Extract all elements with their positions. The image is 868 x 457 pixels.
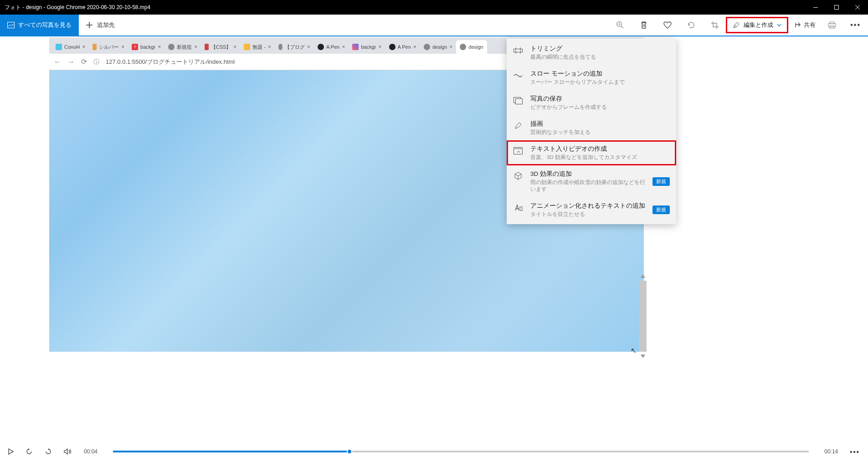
svg-rect-0 bbox=[813, 7, 818, 8]
browser-tab[interactable]: ConoH× bbox=[52, 40, 89, 54]
play-icon bbox=[8, 448, 14, 455]
favorite-button[interactable] bbox=[662, 20, 673, 31]
draw-icon bbox=[513, 121, 523, 131]
print-button[interactable] bbox=[827, 20, 837, 31]
browser-tab[interactable]: シルバー× bbox=[89, 40, 128, 54]
info-icon[interactable]: ⓘ bbox=[93, 58, 99, 66]
crop-icon bbox=[711, 21, 719, 29]
browser-tab[interactable]: design× bbox=[420, 40, 456, 54]
share-icon bbox=[794, 21, 801, 29]
view-all-label: すべての写真を見る bbox=[18, 21, 72, 29]
forward-button[interactable]: → bbox=[67, 58, 75, 66]
reload-button[interactable]: ⟳ bbox=[81, 57, 87, 66]
share-button[interactable]: 共有 bbox=[788, 21, 821, 29]
print-icon bbox=[828, 21, 836, 29]
tab-close-icon[interactable]: × bbox=[194, 44, 197, 50]
animated-text-icon bbox=[513, 203, 523, 213]
svg-rect-4 bbox=[830, 22, 834, 24]
text-video-icon bbox=[513, 146, 523, 156]
menu-item-save-photo[interactable]: 写真の保存 ビデオからフレームを作成する bbox=[507, 90, 676, 115]
tab-close-icon[interactable]: × bbox=[233, 44, 236, 50]
zoom-icon bbox=[616, 21, 624, 29]
tab-label: backgr bbox=[361, 44, 376, 50]
edit-and-create-button[interactable]: 編集と作成 bbox=[726, 17, 788, 33]
browser-tab[interactable]: 新規投× bbox=[164, 40, 201, 54]
browser-tab[interactable]: 【CSS】× bbox=[201, 40, 240, 54]
menu-item-animated-text[interactable]: アニメーション化されるテキストの追加 タイトルを目立たせる 新規 bbox=[507, 197, 676, 222]
svg-rect-1 bbox=[835, 5, 839, 10]
tab-label: A Pen bbox=[398, 44, 411, 50]
video-seek-thumb[interactable] bbox=[347, 449, 352, 454]
toolbar-icons bbox=[615, 20, 720, 31]
plus-icon bbox=[86, 22, 92, 28]
play-button[interactable] bbox=[8, 448, 14, 455]
maximize-button[interactable] bbox=[826, 0, 847, 15]
menu-subtitle: 雨の効果の作成や紙吹雪の効果の追加などを行います bbox=[530, 179, 645, 193]
tab-close-icon[interactable]: × bbox=[307, 44, 310, 50]
browser-tab[interactable]: 無題 -× bbox=[240, 40, 275, 54]
zoom-button[interactable] bbox=[615, 20, 626, 31]
tab-close-icon[interactable]: × bbox=[268, 44, 271, 50]
browser-tab[interactable]: A Pen× bbox=[314, 40, 349, 54]
more-button[interactable]: ••• bbox=[843, 21, 868, 29]
edit-icon bbox=[733, 21, 740, 29]
tab-close-icon[interactable]: × bbox=[413, 44, 416, 50]
maximize-icon bbox=[834, 5, 839, 10]
edit-create-label: 編集と作成 bbox=[744, 21, 773, 29]
menu-subtitle: 音楽、3D 効果などを追加してカスタマイズ bbox=[530, 154, 670, 161]
tab-label: 【ブログ bbox=[285, 44, 305, 51]
prev-frame-button[interactable] bbox=[26, 448, 33, 455]
content-scrollbar[interactable] bbox=[639, 281, 647, 352]
tab-close-icon[interactable]: × bbox=[449, 44, 452, 50]
tab-close-icon[interactable]: × bbox=[121, 44, 124, 50]
svg-rect-11 bbox=[520, 207, 522, 211]
title-bar: フォト - design - Google Chrome 2020-06-30 … bbox=[0, 0, 868, 15]
volume-icon bbox=[64, 448, 72, 455]
menu-subtitle: 最高の瞬間に焦点を当てる bbox=[530, 54, 670, 61]
crop-button[interactable] bbox=[709, 20, 720, 31]
svg-rect-9 bbox=[516, 99, 523, 104]
browser-tab[interactable]: backgr× bbox=[349, 40, 385, 54]
menu-title: アニメーション化されるテキストの追加 bbox=[530, 202, 645, 210]
next-frame-icon bbox=[45, 448, 52, 455]
tab-label: 新規投 bbox=[177, 44, 192, 51]
volume-button[interactable] bbox=[64, 448, 72, 455]
menu-item-trim[interactable]: トリミング 最高の瞬間に焦点を当てる bbox=[507, 40, 676, 65]
tab-label: シルバー bbox=[99, 44, 119, 51]
menu-title: 3D 効果の追加 bbox=[530, 170, 645, 178]
edit-create-dropdown: トリミング 最高の瞬間に焦点を当てる スロー モーションの追加 スーパー スロー… bbox=[507, 38, 676, 224]
tab-close-icon[interactable]: × bbox=[82, 44, 85, 50]
rotate-button[interactable] bbox=[686, 20, 697, 31]
add-to-label: 追加先 bbox=[97, 21, 115, 29]
tab-close-icon[interactable]: × bbox=[158, 44, 161, 50]
tab-label: 【CSS】 bbox=[211, 44, 231, 51]
save-photo-icon bbox=[513, 96, 523, 106]
browser-tab[interactable]: 【ブログ× bbox=[275, 40, 314, 54]
browser-tab[interactable]: A Pen× bbox=[385, 40, 420, 54]
tab-label: backgr bbox=[140, 44, 155, 50]
menu-item-draw[interactable]: 描画 芸術的なタッチを加える bbox=[507, 115, 676, 140]
delete-button[interactable] bbox=[638, 20, 649, 31]
menu-item-slowmo[interactable]: スロー モーションの追加 スーパー スローからリアルタイムまで bbox=[507, 65, 676, 90]
address-text[interactable]: 127.0.0.1:5500/ブログチュートリアル/index.html bbox=[106, 58, 235, 66]
video-more-button[interactable]: ••• bbox=[850, 448, 860, 456]
mouse-cursor: ↖ bbox=[631, 346, 637, 355]
back-button[interactable]: ← bbox=[54, 58, 61, 66]
next-frame-button[interactable] bbox=[45, 448, 52, 455]
menu-title: トリミング bbox=[530, 45, 670, 53]
video-controls: 00:04 00:14 ••• bbox=[0, 446, 868, 457]
video-seek-track[interactable] bbox=[113, 451, 809, 452]
browser-tab[interactable]: Ybackgr× bbox=[128, 40, 164, 54]
trim-icon bbox=[513, 46, 523, 56]
minimize-button[interactable] bbox=[805, 0, 826, 15]
view-all-photos-button[interactable]: すべての写真を見る bbox=[0, 15, 79, 36]
tab-close-icon[interactable]: × bbox=[342, 44, 345, 50]
menu-subtitle: 芸術的なタッチを加える bbox=[530, 129, 670, 136]
tab-label: 無題 - bbox=[252, 44, 266, 51]
add-to-button[interactable]: 追加先 bbox=[79, 21, 122, 29]
menu-item-text-video[interactable]: テキスト入りビデオの作成 音楽、3D 効果などを追加してカスタマイズ bbox=[507, 140, 676, 165]
browser-tab-active[interactable]: design bbox=[456, 40, 487, 54]
close-button[interactable] bbox=[847, 0, 868, 15]
menu-item-3d-effects[interactable]: 3D 効果の追加 雨の効果の作成や紙吹雪の効果の追加などを行います 新規 bbox=[507, 165, 676, 197]
tab-close-icon[interactable]: × bbox=[378, 44, 381, 50]
